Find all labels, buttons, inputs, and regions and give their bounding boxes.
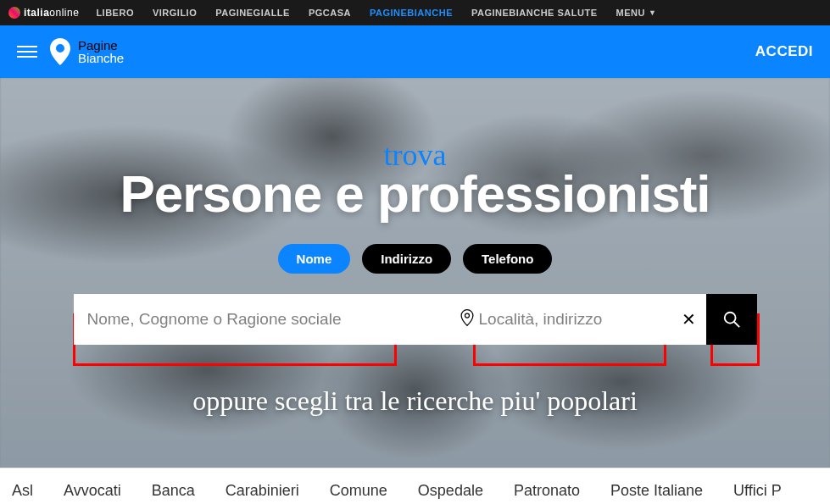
popular-item[interactable]: Patronato bbox=[514, 482, 580, 500]
close-icon: ✕ bbox=[682, 309, 696, 330]
site-logo-text[interactable]: Pagine Bianche bbox=[78, 39, 124, 64]
tab-indirizzo[interactable]: Indirizzo bbox=[362, 244, 451, 274]
tab-nome[interactable]: Nome bbox=[278, 244, 351, 274]
main-header: Pagine Bianche ACCEDI bbox=[0, 25, 830, 78]
popular-searches-row: Asl Avvocati Banca Carabinieri Comune Os… bbox=[0, 468, 830, 504]
hero-script-bottom: oppure scegli tra le ricerche piu' popol… bbox=[0, 385, 830, 417]
search-button[interactable] bbox=[706, 294, 757, 345]
hamburger-menu-button[interactable] bbox=[17, 46, 37, 58]
popular-item[interactable]: Poste Italiane bbox=[610, 482, 703, 500]
svg-point-0 bbox=[724, 313, 735, 324]
popular-item[interactable]: Ospedale bbox=[418, 482, 483, 500]
search-icon bbox=[722, 310, 741, 329]
hero-title: Persone e professionisti bbox=[0, 168, 830, 220]
search-bar: ✕ bbox=[74, 294, 757, 345]
italiaonline-dot-icon bbox=[8, 7, 20, 19]
topbar-link-libero[interactable]: LIBERO bbox=[96, 8, 134, 18]
popular-item[interactable]: Asl bbox=[12, 482, 33, 500]
italiaonline-text: italiaonline bbox=[24, 7, 79, 19]
topbar-menu-label: MENU bbox=[616, 8, 645, 18]
chevron-down-icon: ▼ bbox=[649, 8, 656, 17]
login-button[interactable]: ACCEDI bbox=[755, 43, 813, 60]
topbar-link-paginebianche-salute[interactable]: PAGINEBIANCHE SALUTE bbox=[471, 8, 598, 18]
svg-line-1 bbox=[733, 322, 738, 327]
logo-line2: Bianche bbox=[78, 52, 124, 64]
logo-line1: Pagine bbox=[78, 39, 124, 52]
clear-button[interactable]: ✕ bbox=[672, 294, 706, 345]
topbar-link-virgilio[interactable]: VIRGILIO bbox=[153, 8, 197, 18]
search-name-input[interactable] bbox=[74, 294, 450, 345]
popular-item[interactable]: Banca bbox=[152, 482, 195, 500]
topbar-link-pgcasa[interactable]: PGCASA bbox=[309, 8, 351, 18]
italiaonline-logo[interactable]: italiaonline bbox=[8, 7, 79, 19]
popular-item[interactable]: Comune bbox=[330, 482, 387, 500]
popular-item[interactable]: Avvocati bbox=[64, 482, 121, 500]
network-topbar: italiaonline LIBERO VIRGILIO PAGINEGIALL… bbox=[0, 0, 830, 25]
tab-telefono[interactable]: Telefono bbox=[463, 244, 552, 274]
popular-item[interactable]: Carabinieri bbox=[226, 482, 299, 500]
hero-section: trova Persone e professionisti Nome Indi… bbox=[0, 78, 830, 468]
topbar-link-paginebianche[interactable]: PAGINEBIANCHE bbox=[370, 8, 453, 18]
search-location-input[interactable] bbox=[479, 310, 627, 329]
topbar-link-paginegialle[interactable]: PAGINEGIALLE bbox=[215, 8, 290, 18]
search-tabs: Nome Indirizzo Telefono bbox=[0, 244, 830, 274]
map-pin-icon bbox=[49, 38, 71, 65]
popular-item[interactable]: Uffici P bbox=[733, 482, 782, 500]
topbar-menu[interactable]: MENU ▼ bbox=[616, 8, 657, 18]
search-location-wrap bbox=[450, 294, 672, 345]
location-pin-icon bbox=[450, 309, 479, 330]
